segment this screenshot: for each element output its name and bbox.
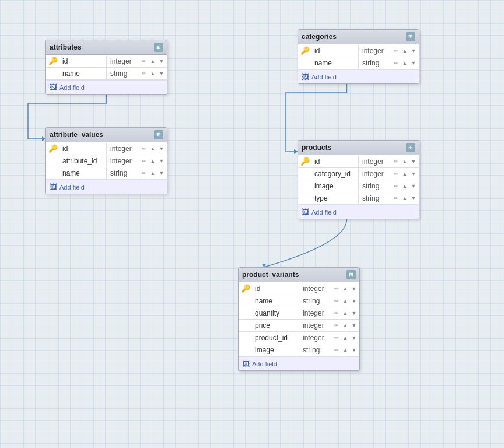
field-type: integer [359,45,391,57]
move-down-button[interactable]: ▼ [410,47,418,55]
add-field-icon: 🖼 [302,208,309,216]
table-attributes: attributes⊞🔑idinteger✏▲▼namestring✏▲▼🖼Ad… [46,40,167,94]
edit-field-button[interactable]: ✏ [392,47,400,55]
table-header-attributes: attributes⊞ [46,40,167,55]
table-row: 🔑idinteger✏▲▼ [239,282,359,295]
row-spacer [298,197,312,200]
add-field-button-attributes[interactable]: 🖼Add field [46,80,167,94]
move-down-button[interactable]: ▼ [350,334,358,342]
field-name: id [60,55,107,67]
move-down-button[interactable]: ▼ [350,309,358,317]
move-up-button[interactable]: ▲ [149,157,157,165]
field-actions: ✏▲▼ [331,296,359,306]
field-actions: ✏▲▼ [139,68,167,79]
move-up-button[interactable]: ▲ [341,309,349,317]
field-type: integer [299,283,331,295]
field-type: integer [107,155,139,167]
add-field-button-attribute_values[interactable]: 🖼Add field [46,180,167,194]
edit-field-button[interactable]: ✏ [392,59,400,67]
move-down-button[interactable]: ▼ [410,194,418,202]
edit-field-button[interactable]: ✏ [332,334,341,342]
edit-field-button[interactable]: ✏ [332,297,341,305]
table-header-categories: categories⊞ [298,30,419,44]
move-down-button[interactable]: ▼ [350,321,358,330]
add-field-button-product_variants[interactable]: 🖼Add field [239,356,359,370]
field-actions: ✏▲▼ [391,58,419,68]
table-row: namestring✏▲▼ [239,295,359,307]
move-down-button[interactable]: ▼ [158,157,166,165]
edit-field-button[interactable]: ✏ [332,309,341,317]
table-row: namestring✏▲▼ [46,68,167,80]
edit-field-button[interactable]: ✏ [332,285,341,293]
edit-field-button[interactable]: ✏ [140,169,148,177]
table-row: typestring✏▲▼ [298,192,419,205]
add-field-button-categories[interactable]: 🖼Add field [298,69,419,83]
move-up-button[interactable]: ▲ [401,194,409,202]
edit-field-button[interactable]: ✏ [392,158,400,166]
move-up-button[interactable]: ▲ [401,170,409,178]
field-actions: ✏▲▼ [391,156,419,167]
move-down-button[interactable]: ▼ [350,346,358,354]
field-actions: ✏▲▼ [331,320,359,331]
field-name: id [312,156,359,167]
edit-field-button[interactable]: ✏ [392,182,400,190]
field-actions: ✏▲▼ [391,193,419,204]
move-down-button[interactable]: ▼ [410,59,418,67]
edit-field-button[interactable]: ✏ [140,145,148,153]
move-down-button[interactable]: ▼ [410,170,418,178]
table-row: imagestring✏▲▼ [298,180,419,192]
field-actions: ✏▲▼ [391,181,419,191]
edit-field-button[interactable]: ✏ [140,57,148,65]
move-down-button[interactable]: ▼ [158,145,166,153]
move-up-button[interactable]: ▲ [401,59,409,67]
table-categories: categories⊞🔑idinteger✏▲▼namestring✏▲▼🖼Ad… [298,29,419,84]
field-name: product_id [253,332,299,344]
field-type: string [299,344,331,356]
move-down-button[interactable]: ▼ [410,182,418,190]
table-settings-icon-categories[interactable]: ⊞ [406,32,415,41]
move-up-button[interactable]: ▲ [149,169,157,177]
table-row: 🔑idinteger✏▲▼ [298,44,419,57]
move-up-button[interactable]: ▲ [149,57,157,65]
move-up-button[interactable]: ▲ [149,69,157,78]
edit-field-button[interactable]: ✏ [140,69,148,78]
move-up-button[interactable]: ▲ [401,47,409,55]
table-row: category_idinteger✏▲▼ [298,168,419,180]
field-name: category_id [312,168,359,180]
move-up-button[interactable]: ▲ [341,334,349,342]
move-up-button[interactable]: ▲ [401,182,409,190]
move-down-button[interactable]: ▼ [158,57,166,65]
table-settings-icon-attribute_values[interactable]: ⊞ [154,130,163,139]
add-field-button-products[interactable]: 🖼Add field [298,205,419,219]
move-up-button[interactable]: ▲ [401,158,409,166]
table-attribute_values: attribute_values⊞🔑idinteger✏▲▼attribute_… [46,127,167,194]
table-header-products: products⊞ [298,141,419,155]
add-field-label: Add field [60,84,85,91]
move-down-button[interactable]: ▼ [350,297,358,305]
table-row: namestring✏▲▼ [46,167,167,180]
field-name: id [253,283,299,295]
move-down-button[interactable]: ▼ [410,158,418,166]
move-up-button[interactable]: ▲ [341,297,349,305]
table-settings-icon-product_variants[interactable]: ⊞ [346,270,356,279]
move-up-button[interactable]: ▲ [341,285,349,293]
field-name: name [60,167,107,179]
table-settings-icon-products[interactable]: ⊞ [406,143,415,152]
table-title-products: products [302,144,331,152]
edit-field-button[interactable]: ✏ [392,194,400,202]
field-name: name [60,68,107,79]
table-row: attribute_idinteger✏▲▼ [46,155,167,167]
move-down-button[interactable]: ▼ [350,285,358,293]
move-up-button[interactable]: ▲ [341,346,349,354]
edit-field-button[interactable]: ✏ [332,346,341,354]
move-down-button[interactable]: ▼ [158,69,166,78]
key-symbol: 🔑 [300,157,310,166]
move-down-button[interactable]: ▼ [158,169,166,177]
move-up-button[interactable]: ▲ [149,145,157,153]
edit-field-button[interactable]: ✏ [140,157,148,165]
table-settings-icon-attributes[interactable]: ⊞ [154,43,163,52]
move-up-button[interactable]: ▲ [341,321,349,330]
edit-field-button[interactable]: ✏ [332,321,341,330]
field-name: type [312,192,359,204]
edit-field-button[interactable]: ✏ [392,170,400,178]
